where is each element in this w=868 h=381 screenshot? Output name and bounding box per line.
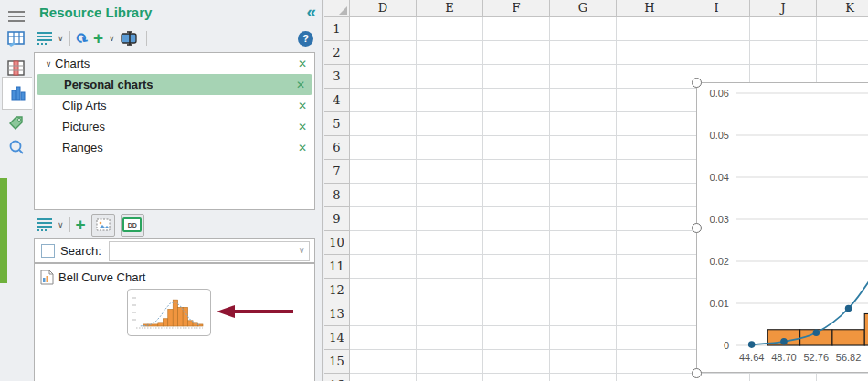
tree-item-personal-charts[interactable]: Personal charts ✕ <box>37 74 312 95</box>
histogram-bar[interactable] <box>832 330 864 345</box>
refresh-icon[interactable]: ⟳ <box>71 27 91 48</box>
chevron-down-icon[interactable]: ∨ <box>58 220 64 229</box>
tree-item-ranges[interactable]: Ranges ✕ <box>35 137 314 158</box>
list-item-bell-curve-chart[interactable]: Bell Curve Chart <box>40 270 145 285</box>
row-header[interactable]: 11 <box>324 255 350 279</box>
select-all-corner[interactable] <box>324 0 350 17</box>
left-axis-tick-label: 0.05 <box>710 130 729 141</box>
row-header[interactable]: 12 <box>324 279 350 302</box>
resource-library-panel: Resource Library « ∨ ⟳ + ∨ ? ∨ Charts ✕ <box>32 0 323 381</box>
chevron-down-icon[interactable]: ∨ <box>42 59 55 69</box>
remove-icon[interactable]: ✕ <box>298 100 307 112</box>
row-header[interactable]: 2 <box>324 41 350 65</box>
thumb-bar <box>183 307 187 326</box>
resize-handle[interactable] <box>692 368 702 378</box>
bell-curve-chart-object[interactable]: 0.060.050.040.030.020.010161412108642044… <box>696 82 868 373</box>
curve-data-point[interactable] <box>748 341 756 348</box>
left-axis-tick-label: 0.03 <box>710 214 729 225</box>
rename-icon[interactable] <box>121 31 141 46</box>
magnifier-icon <box>7 139 26 156</box>
thumb-bar <box>153 324 157 326</box>
thumbnail-view-button[interactable] <box>91 214 115 237</box>
row-header[interactable]: 9 <box>324 207 350 231</box>
list-menu-icon[interactable] <box>37 30 52 47</box>
column-header[interactable]: F <box>483 0 550 17</box>
row-header[interactable]: 10 <box>324 231 350 255</box>
row-header[interactable]: 15 <box>324 350 350 374</box>
left-axis-tick-label: 0 <box>724 340 729 351</box>
remove-icon[interactable]: ✕ <box>298 58 307 70</box>
column-header[interactable]: E <box>417 0 483 17</box>
row-header[interactable]: 7 <box>324 160 350 184</box>
annotation-arrow-icon <box>217 305 293 318</box>
column-header[interactable]: I <box>683 0 750 17</box>
chevron-down-icon[interactable]: ∨ <box>58 34 64 43</box>
histogram-bar[interactable] <box>864 314 868 346</box>
row-header[interactable]: 16 <box>324 374 350 381</box>
row-header[interactable]: 14 <box>324 326 350 350</box>
chevron-down-icon: ∨ <box>298 245 304 255</box>
list-item-label: Bell Curve Chart <box>58 270 145 284</box>
row-header[interactable]: 4 <box>324 89 350 112</box>
tree-item-pictures[interactable]: Pictures ✕ <box>35 116 314 137</box>
library-item-list: Bell Curve Chart <box>34 263 315 381</box>
column-header[interactable]: J <box>750 0 817 17</box>
left-axis-tick-label: 0.01 <box>710 298 729 309</box>
left-axis-tick-label: 0.02 <box>710 256 729 267</box>
search-checkbox[interactable] <box>41 244 55 258</box>
curve-data-point[interactable] <box>845 305 852 312</box>
bell-curve-line[interactable] <box>752 140 868 344</box>
bell-curve-thumbnail[interactable] <box>127 289 211 336</box>
resize-handle[interactable] <box>692 78 702 88</box>
remove-icon[interactable]: ✕ <box>298 121 307 133</box>
detail-view-button[interactable]: DD <box>121 214 144 237</box>
row-headers: 12345678910111213141516 <box>324 17 350 381</box>
row-header[interactable]: 6 <box>324 136 350 160</box>
columns-icon <box>7 60 26 77</box>
column-header[interactable]: D <box>350 0 417 17</box>
separator <box>69 31 70 46</box>
list-menu-icon[interactable] <box>37 217 52 233</box>
row-header[interactable]: 3 <box>324 65 350 89</box>
x-axis-tick-label: 56.82 <box>836 352 862 363</box>
help-icon[interactable]: ? <box>298 31 313 47</box>
category-tree: ∨ Charts ✕ Personal charts ✕ Clip Arts ✕… <box>34 52 315 210</box>
sidebar-tab-resource-library[interactable] <box>2 77 33 110</box>
column-header[interactable]: K <box>817 0 868 17</box>
search-bar: Search: ∨ <box>34 238 315 263</box>
row-header[interactable]: 13 <box>324 302 350 326</box>
application-window: { "icons": { "close": "✕", "chevron_down… <box>0 0 868 381</box>
row-header[interactable]: 1 <box>324 17 350 41</box>
remove-icon[interactable]: ✕ <box>298 142 307 154</box>
items-toolbar: ∨ + DD <box>37 212 317 238</box>
column-header[interactable]: G <box>550 0 617 17</box>
left-axis-tick-label: 0.06 <box>710 88 729 99</box>
resize-handle[interactable] <box>692 223 702 233</box>
thumb-bar <box>173 300 177 326</box>
tree-item-charts[interactable]: ∨ Charts ✕ <box>35 53 314 74</box>
column-header[interactable]: H <box>617 0 683 17</box>
chart-file-icon <box>40 270 54 285</box>
row-header[interactable]: 8 <box>324 184 350 207</box>
sidebar-tab-worksheet[interactable] <box>0 26 32 53</box>
panel-title: Resource Library <box>39 5 152 20</box>
library-toolbar: ∨ ⟳ + ∨ ? <box>37 26 317 51</box>
thumb-bar <box>178 307 183 326</box>
add-item-icon[interactable]: + <box>76 217 86 232</box>
search-combobox[interactable]: ∨ <box>109 241 310 261</box>
thumb-bar <box>168 309 173 326</box>
window-edge-highlight <box>0 178 7 283</box>
remove-icon[interactable]: ✕ <box>296 79 305 91</box>
curve-data-point[interactable] <box>812 329 820 336</box>
curve-data-point[interactable] <box>780 338 788 345</box>
table-icon <box>7 31 26 48</box>
row-header[interactable]: 5 <box>324 112 350 136</box>
chevron-down-icon[interactable]: ∨ <box>109 34 115 43</box>
left-axis-tick-label: 0.04 <box>710 172 729 183</box>
add-category-icon[interactable]: + <box>93 31 103 46</box>
detail-view-icon: DD <box>122 217 142 232</box>
sidebar-tab-search[interactable] <box>0 133 32 161</box>
tree-item-clip-arts[interactable]: Clip Arts ✕ <box>35 95 314 116</box>
collapse-panel-icon[interactable]: « <box>306 2 316 22</box>
x-axis-tick-label: 44.64 <box>739 352 765 363</box>
